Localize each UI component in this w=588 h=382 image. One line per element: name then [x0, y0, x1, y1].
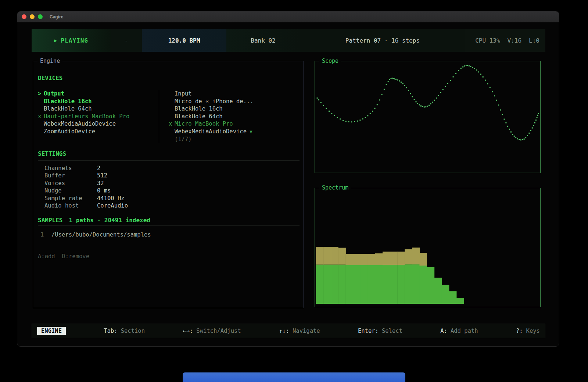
scope-waveform [315, 61, 540, 173]
input-device-item[interactable]: WebexMediaAudioDevice▼ [169, 128, 304, 136]
output-device-item[interactable]: WebexMediaAudioDevice [38, 120, 159, 128]
output-device-list: >Output BlackHole 16ch BlackHole 64ch xH… [33, 90, 159, 143]
spectrum-panel: Spectrum [315, 188, 541, 307]
input-device-list: Input Micro de « iPhone de... BlackHole … [159, 90, 304, 143]
samples-summary: 1 paths · 20491 indexed [69, 217, 150, 224]
engine-panel-title: Engine [37, 58, 62, 64]
pattern-display[interactable]: Pattern 07 · 16 steps [300, 29, 465, 52]
window-title: Cagire [50, 14, 63, 19]
setting-row-nudge[interactable]: Nudge0 ms [33, 187, 304, 195]
output-label: Output [44, 90, 64, 97]
hint-tab-section: Tab:Section [104, 328, 145, 334]
app-content: ▶PLAYING - 120.0 BPM Bank 02 Pattern 07 … [17, 22, 559, 347]
samples-heading: SAMPLES1 paths · 20491 indexed [38, 217, 304, 224]
hint-keys: ?:Keys [516, 328, 540, 334]
setting-row-voices[interactable]: Voices32 [33, 180, 304, 187]
hint-add-path: A:Add path [440, 328, 478, 334]
output-device-item[interactable]: BlackHole 64ch [38, 105, 159, 113]
divider [38, 226, 300, 226]
setting-row-buffer[interactable]: Buffer512 [33, 172, 304, 180]
scope-panel: Scope [315, 61, 541, 173]
song-name-placeholder: - [111, 29, 142, 52]
settings-heading: SETTINGS [38, 150, 304, 157]
setting-row-sample-rate[interactable]: Sample rate44100 Hz [33, 195, 304, 202]
transport-label: PLAYING [61, 37, 88, 44]
output-list-header[interactable]: >Output [38, 90, 159, 98]
section-badge-engine[interactable]: ENGINE [37, 327, 66, 335]
output-device-item[interactable]: BlackHole 16ch [38, 98, 159, 105]
transport-status: ▶PLAYING [32, 29, 111, 52]
devices-columns: >Output BlackHole 16ch BlackHole 64ch xH… [33, 90, 304, 143]
settings-list: Channels2 Buffer512 Voices32 Nudge0 ms S… [33, 165, 304, 210]
input-list-header[interactable]: Input [169, 90, 304, 98]
bank-display[interactable]: Bank 02 [226, 29, 300, 52]
spectrum-bars [315, 188, 540, 307]
output-device-item[interactable]: ZoomAudioDevice [38, 128, 159, 136]
divider [38, 160, 300, 161]
selection-cursor: > [38, 90, 44, 98]
bpm-display[interactable]: 120.0 BPM [142, 29, 226, 52]
output-device-item-active[interactable]: xHaut-parleurs MacBook Pro [38, 113, 159, 120]
setting-row-audio-host[interactable]: Audio hostCoreAudio [33, 202, 304, 210]
sample-path-row[interactable]: 1/Users/bubo/Documents/samples [33, 231, 304, 239]
hint-select: Enter:Select [358, 328, 402, 334]
filter-icon: ▼ [250, 129, 252, 134]
input-label: Input [175, 90, 192, 97]
desktop: Cagire ▶PLAYING - 120.0 BPM Bank 02 Patt… [0, 0, 588, 382]
hint-navigate: ↑↓:Navigate [279, 328, 320, 334]
input-device-item[interactable]: BlackHole 64ch [169, 113, 304, 120]
sample-paths-list: 1/Users/bubo/Documents/samples [33, 231, 304, 239]
devices-heading: DEVICES [38, 75, 304, 82]
system-stats: CPU 13% V:16 L:0 [465, 29, 545, 52]
footer-bar: ENGINE Tab:Section ←→:Switch/Adjust ↑↓:N… [32, 324, 545, 338]
cpu-usage: CPU 13% [475, 37, 500, 44]
setting-row-channels[interactable]: Channels2 [33, 165, 304, 172]
input-device-item[interactable]: BlackHole 16ch [169, 105, 304, 113]
input-list-pager: (1/7) [169, 136, 304, 143]
latency-count: L:0 [529, 37, 539, 44]
hint-switch-adjust: ←→:Switch/Adjust [183, 328, 241, 334]
titlebar: Cagire [17, 11, 559, 22]
close-button[interactable] [22, 14, 26, 19]
background-window-strip [183, 372, 405, 382]
engine-panel: Engine DEVICES >Output BlackHole 16ch Bl… [33, 61, 304, 308]
input-device-item[interactable]: Micro de « iPhone de... [169, 98, 304, 105]
zoom-button[interactable] [38, 14, 43, 19]
play-icon: ▶ [54, 37, 57, 43]
samples-key-hints: A:add D:remove [38, 253, 304, 260]
minimize-button[interactable] [30, 14, 35, 19]
app-window: Cagire ▶PLAYING - 120.0 BPM Bank 02 Patt… [17, 11, 559, 347]
input-device-item-active[interactable]: xMicro MacBook Pro [169, 120, 304, 128]
status-bar: ▶PLAYING - 120.0 BPM Bank 02 Pattern 07 … [32, 29, 545, 52]
voice-count: V:16 [508, 37, 522, 44]
